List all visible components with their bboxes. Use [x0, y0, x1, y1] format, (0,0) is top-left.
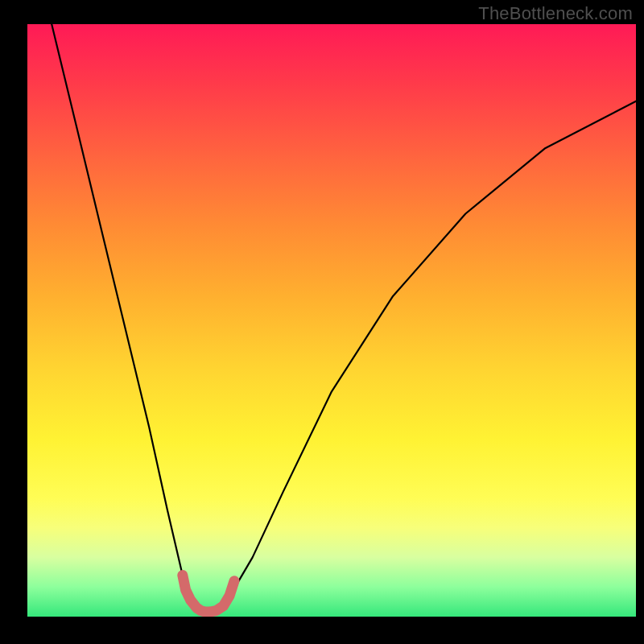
watermark-text: TheBottleneck.com	[478, 3, 633, 24]
chart-frame: TheBottleneck.com	[0, 0, 644, 644]
bottleneck-curve-path	[52, 24, 636, 617]
trough-marker-path	[183, 576, 234, 613]
plot-area	[27, 24, 636, 617]
curve-layer	[27, 24, 636, 617]
